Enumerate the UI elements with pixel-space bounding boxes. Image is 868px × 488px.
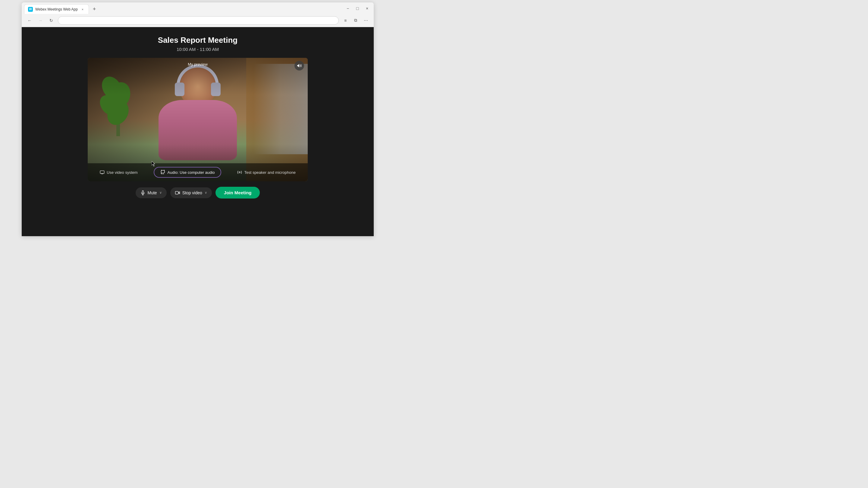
meeting-time: 10:00 AM - 11:00 AM <box>158 47 238 52</box>
browser-window: W Webex Meetings Web App × + − □ × ← <box>22 2 374 236</box>
new-tab-button[interactable]: + <box>90 5 98 13</box>
sidebar-button[interactable]: ⧉ <box>351 16 360 25</box>
tab-close-button[interactable]: × <box>80 7 85 12</box>
person-body <box>158 100 237 160</box>
headphone-right-cup <box>211 83 221 96</box>
volume-button[interactable] <box>294 61 304 70</box>
use-video-system-button[interactable]: Use video system <box>97 168 141 176</box>
stop-video-label: Stop video <box>182 190 202 195</box>
meeting-title: Sales Report Meeting <box>158 36 238 45</box>
close-window-button[interactable]: × <box>363 4 371 13</box>
menu-button[interactable]: ≡ <box>341 16 350 25</box>
forward-button[interactable]: → <box>36 16 44 25</box>
window-light <box>253 64 308 154</box>
page-content: Sales Report Meeting 10:00 AM - 11:00 AM <box>22 27 374 236</box>
headphone-band <box>177 64 219 86</box>
stop-video-chevron: ∨ <box>205 191 207 195</box>
refresh-button[interactable]: ↻ <box>47 16 56 25</box>
mute-label: Mute <box>148 190 157 195</box>
nav-bar: ← → ↻ ≡ ⧉ ⋯ <box>22 14 374 27</box>
test-speaker-button[interactable]: Test speaker and microphone <box>234 168 299 176</box>
tab-title: Webex Meetings Web App <box>35 7 78 11</box>
mute-chevron: ∨ <box>159 191 162 195</box>
stop-video-button[interactable]: Stop video ∨ <box>170 187 212 198</box>
maximize-button[interactable]: □ <box>353 4 362 13</box>
join-meeting-button[interactable]: Join Meeting <box>216 187 260 198</box>
mute-button[interactable]: Mute ∨ <box>135 187 167 198</box>
svg-point-1 <box>239 172 240 173</box>
main-controls: Mute ∨ Stop video ∨ Join Meeting <box>135 181 260 205</box>
svg-rect-0 <box>100 171 104 173</box>
tab-favicon: W <box>28 7 33 12</box>
address-bar[interactable] <box>58 16 339 25</box>
headphone-left-cup <box>175 83 184 96</box>
video-bottom-bar: Use video system Audio: Use computer aud… <box>88 163 308 181</box>
more-button[interactable]: ⋯ <box>362 16 370 25</box>
svg-rect-2 <box>175 191 178 194</box>
preview-label: My preview <box>188 62 208 67</box>
person-figure <box>141 67 255 163</box>
video-background <box>88 58 308 181</box>
back-button[interactable]: ← <box>25 16 34 25</box>
join-label: Join Meeting <box>224 190 252 195</box>
audio-computer-button[interactable]: Audio: Use computer audio <box>154 167 221 178</box>
active-tab[interactable]: W Webex Meetings Web App × <box>24 4 89 14</box>
nav-right-buttons: ≡ ⧉ ⋯ <box>341 16 370 25</box>
plant-decoration <box>106 70 130 136</box>
meeting-header: Sales Report Meeting 10:00 AM - 11:00 AM <box>158 27 238 57</box>
minimize-button[interactable]: − <box>344 4 352 13</box>
tab-bar: W Webex Meetings Web App × + − □ × <box>22 2 374 14</box>
video-preview-container: My preview Use video system <box>88 58 308 181</box>
